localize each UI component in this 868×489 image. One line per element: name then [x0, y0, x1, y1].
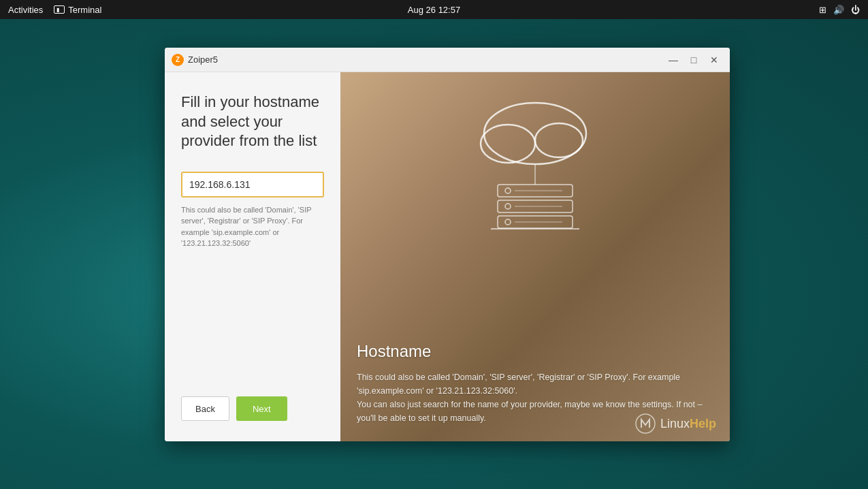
activities-button[interactable]: Activities: [8, 5, 43, 15]
terminal-taskbar-button[interactable]: ▮ Terminal: [54, 5, 101, 15]
hint-text: This could also be called 'Domain', 'SIP…: [181, 204, 324, 249]
titlebar-controls: — □ ✕: [664, 53, 723, 67]
minimize-button[interactable]: —: [664, 53, 682, 67]
spacer: [181, 249, 324, 383]
svg-point-14: [636, 414, 655, 433]
window-body: Fill in your hostname and select your pr…: [165, 72, 730, 441]
linuxhelp-icon: [634, 413, 656, 435]
right-content: Hostname This could also be called 'Doma…: [340, 72, 730, 441]
close-button[interactable]: ✕: [705, 53, 723, 67]
window-titlebar: Z Zoiper5 — □ ✕: [165, 48, 730, 72]
watermark: LinuxHelp: [634, 413, 716, 435]
watermark-text: LinuxHelp: [660, 417, 716, 431]
back-button[interactable]: Back: [181, 396, 229, 421]
right-panel: Hostname This could also be called 'Doma…: [340, 72, 730, 441]
power-icon: ⏻: [851, 5, 860, 15]
maximize-button[interactable]: □: [685, 53, 703, 67]
app-icon: Z: [172, 54, 184, 66]
zoiper-window: Z Zoiper5 — □ ✕ Fill in your hostname an…: [165, 48, 730, 441]
hostname-input[interactable]: [181, 172, 324, 198]
panel-heading: Fill in your hostname and select your pr…: [181, 93, 324, 151]
info-title: Hostname: [357, 342, 713, 361]
network-icon: ⊞: [819, 5, 826, 15]
terminal-icon: ▮: [54, 5, 65, 14]
volume-icon: 🔊: [833, 5, 844, 15]
panel-buttons: Back Next: [181, 396, 324, 421]
datetime-display: Aug 26 12:57: [408, 5, 460, 15]
next-button[interactable]: Next: [236, 396, 287, 421]
topbar: Activities ▮ Terminal Aug 26 12:57 ⊞ 🔊 ⏻: [0, 0, 868, 19]
window-title: Zoiper5: [188, 54, 218, 65]
terminal-label: Terminal: [68, 5, 101, 15]
topbar-right-icons: ⊞ 🔊 ⏻: [819, 5, 860, 15]
left-panel: Fill in your hostname and select your pr…: [165, 72, 340, 441]
